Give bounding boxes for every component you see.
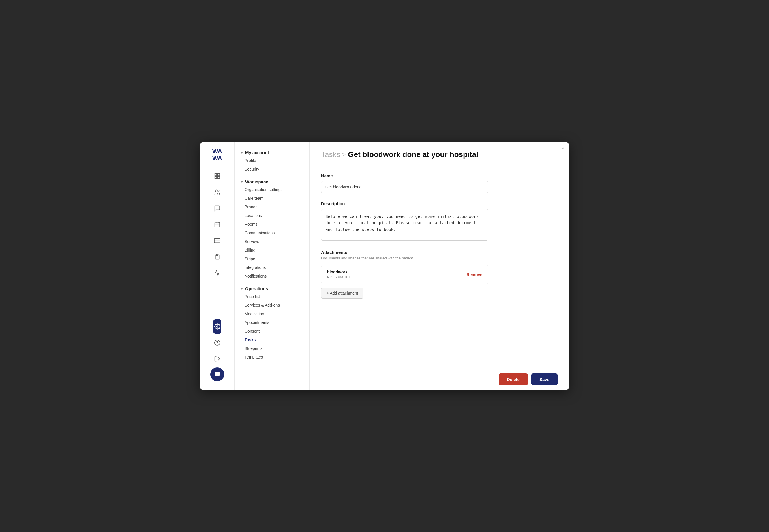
my-account-items: Profile Security: [235, 156, 309, 173]
svg-point-12: [216, 326, 218, 327]
logo: WA WA: [212, 148, 222, 162]
name-form-group: Name: [321, 173, 557, 193]
svg-rect-3: [218, 177, 219, 178]
svg-rect-0: [215, 174, 216, 176]
help-icon[interactable]: [210, 335, 224, 350]
sidebar-item-locations[interactable]: Locations: [235, 211, 309, 220]
sidebar-item-appointments[interactable]: Appointments: [235, 318, 309, 327]
description-label: Description: [321, 201, 557, 206]
main-header: Tasks > Get bloodwork done at your hospi…: [310, 142, 569, 164]
attachments-label: Attachments: [321, 250, 557, 255]
sidebar-item-services[interactable]: Services & Add-ons: [235, 301, 309, 310]
sidebar-item-surveys[interactable]: Surveys: [235, 237, 309, 246]
workspace-section[interactable]: ▼ Workspace: [235, 177, 309, 185]
logout-icon[interactable]: [210, 351, 224, 366]
calendar-icon[interactable]: [200, 217, 234, 232]
left-nav: ▼ My account Profile Security ▼ Workspac…: [235, 142, 310, 390]
breadcrumb[interactable]: Tasks: [321, 150, 340, 159]
attachment-info: bloodwork PDF - 890 KB: [327, 270, 350, 279]
svg-rect-9: [214, 239, 220, 243]
svg-rect-5: [215, 222, 220, 227]
sidebar-item-tasks[interactable]: Tasks: [235, 335, 309, 344]
sidebar-item-medication[interactable]: Medication: [235, 310, 309, 318]
svg-rect-2: [215, 177, 216, 178]
sidebar-item-security[interactable]: Security: [235, 165, 309, 173]
users-icon[interactable]: [200, 185, 234, 200]
breadcrumb-arrow: >: [342, 151, 346, 159]
sidebar-item-communications[interactable]: Communications: [235, 229, 309, 237]
sidebar-item-integrations[interactable]: Integrations: [235, 263, 309, 272]
sidebar-item-billing[interactable]: Billing: [235, 246, 309, 254]
attachment-card: bloodwork PDF - 890 KB Remove: [321, 265, 488, 284]
main-body: Name Description Before we can treat you…: [310, 164, 569, 369]
name-input[interactable]: [321, 181, 488, 193]
attachments-sub: Documents and images that are shared wit…: [321, 256, 557, 260]
operations-items: Price list Services & Add-ons Medication…: [235, 292, 309, 361]
chevron-down-icon: ▼: [240, 180, 244, 184]
svg-point-4: [215, 190, 217, 192]
remove-attachment-button[interactable]: Remove: [467, 272, 482, 277]
my-account-section[interactable]: ▼ My account: [235, 148, 309, 156]
clipboard-icon[interactable]: [200, 249, 234, 264]
description-form-group: Description Before we can treat you, you…: [321, 201, 557, 242]
attachment-meta: PDF - 890 KB: [327, 275, 350, 279]
attachments-section: Attachments Documents and images that ar…: [321, 250, 557, 299]
chevron-down-icon: ▼: [240, 287, 244, 290]
sidebar-item-profile[interactable]: Profile: [235, 156, 309, 165]
sidebar-item-notifications[interactable]: Notifications: [235, 272, 309, 280]
svg-rect-11: [216, 254, 218, 256]
attachment-name: bloodwork: [327, 270, 350, 274]
close-button[interactable]: ×: [561, 146, 564, 152]
chart-icon[interactable]: [200, 265, 234, 280]
main-content: Tasks > Get bloodwork done at your hospi…: [310, 142, 569, 390]
icon-nav: [200, 169, 234, 319]
sidebar-item-brands[interactable]: Brands: [235, 203, 309, 211]
svg-rect-1: [218, 174, 219, 176]
sidebar-item-stripe[interactable]: Stripe: [235, 254, 309, 263]
chat-bubble-icon[interactable]: [210, 367, 224, 381]
save-button[interactable]: Save: [531, 373, 557, 385]
sidebar-item-consent[interactable]: Consent: [235, 327, 309, 335]
sidebar-item-blueprints[interactable]: Blueprints: [235, 344, 309, 353]
sidebar-item-org-settings[interactable]: Organisation settings: [235, 185, 309, 194]
settings-icon[interactable]: [213, 319, 221, 334]
sidebar-item-templates[interactable]: Templates: [235, 353, 309, 361]
app-window: × WA WA: [200, 142, 569, 390]
sidebar-item-rooms[interactable]: Rooms: [235, 220, 309, 229]
description-textarea[interactable]: Before we can treat you, you need to get…: [321, 209, 488, 241]
operations-section[interactable]: ▼ Operations: [235, 284, 309, 292]
delete-button[interactable]: Delete: [499, 373, 528, 385]
dashboard-icon[interactable]: [200, 169, 234, 184]
workspace-items: Organisation settings Care team Brands L…: [235, 185, 309, 280]
chevron-down-icon: ▼: [240, 151, 244, 154]
icon-sidebar: WA WA: [200, 142, 235, 390]
icon-sidebar-bottom: [210, 319, 224, 384]
add-attachment-button[interactable]: + Add attachment: [321, 288, 363, 299]
main-footer: Delete Save: [310, 369, 569, 390]
name-label: Name: [321, 173, 557, 178]
sidebar-item-price-list[interactable]: Price list: [235, 292, 309, 301]
page-title: Get bloodwork done at your hospital: [348, 150, 478, 159]
chat-icon[interactable]: [200, 201, 234, 216]
sidebar-item-care-team[interactable]: Care team: [235, 194, 309, 203]
card-icon[interactable]: [200, 233, 234, 248]
